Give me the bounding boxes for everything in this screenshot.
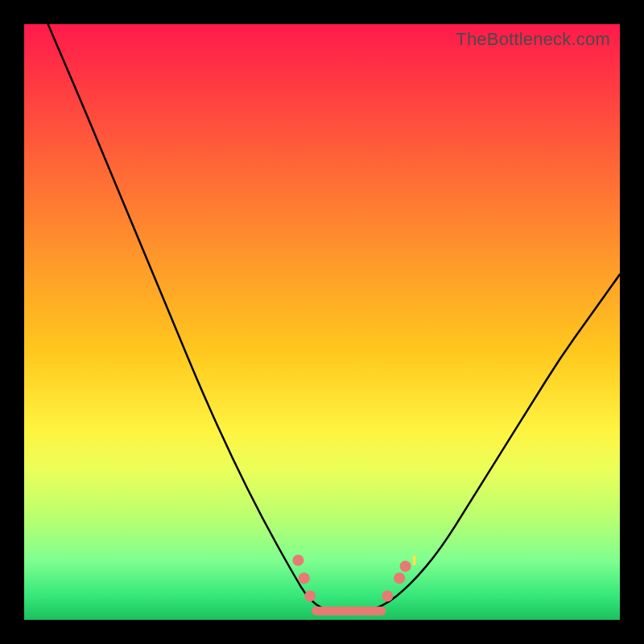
bottleneck-curve	[48, 24, 620, 614]
plot-area: TheBottleneck.com	[24, 24, 620, 620]
left-dot-2	[299, 572, 310, 584]
chart-frame: TheBottleneck.com	[0, 0, 644, 644]
curve-svg	[24, 24, 620, 620]
right-dot-2	[394, 572, 405, 584]
marker-dots	[292, 555, 411, 601]
left-dot-3	[304, 590, 316, 601]
left-dot-1	[292, 555, 303, 566]
tiny-yellow-mark	[413, 555, 416, 565]
right-dot-1	[382, 590, 393, 601]
right-dot-3	[400, 560, 411, 572]
annotations	[413, 555, 416, 565]
